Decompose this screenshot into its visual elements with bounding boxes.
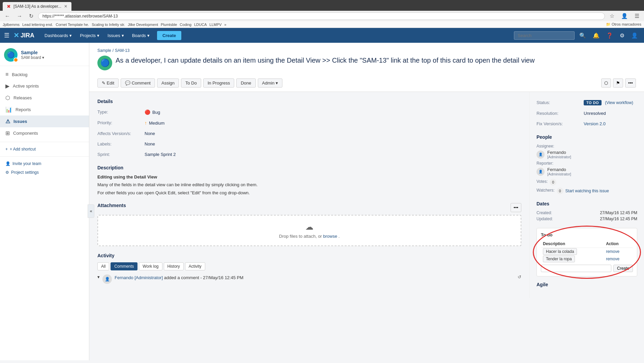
sidebar-item-reports[interactable]: 📊 Reports bbox=[0, 104, 89, 116]
search-input[interactable] bbox=[514, 31, 575, 40]
tab-all[interactable]: All bbox=[97, 262, 109, 270]
view-workflow-link[interactable]: (View workflow) bbox=[605, 100, 633, 105]
reporter-row: 👤 Fernando [Administrator] bbox=[536, 167, 637, 176]
nav-issues[interactable]: Issues ▾ bbox=[104, 28, 127, 43]
bookmark-item[interactable]: Jplbemms bbox=[3, 23, 20, 27]
browse-link[interactable]: browse bbox=[323, 234, 337, 239]
admin-button[interactable]: Admin ▾ bbox=[258, 78, 282, 88]
votes-label: Votes: bbox=[536, 179, 548, 184]
assign-button[interactable]: Assign bbox=[157, 78, 179, 88]
bookmark-button[interactable]: ☆ bbox=[608, 12, 616, 20]
other-markers-label: 📁 Otros marcadores bbox=[606, 22, 641, 27]
help-button[interactable]: ❓ bbox=[604, 31, 615, 40]
people-title: People bbox=[536, 134, 637, 140]
fix-version-link[interactable]: Version 2.0 bbox=[584, 121, 606, 126]
edit-button[interactable]: ✎ Edit bbox=[97, 78, 119, 88]
description-title: Description bbox=[97, 165, 521, 170]
todo-item-0-remove[interactable]: remove bbox=[606, 249, 619, 254]
bookmark-item[interactable]: Plumtsble bbox=[161, 23, 177, 27]
todo-button[interactable]: To Do bbox=[181, 78, 201, 88]
sidebar-item-active-sprints[interactable]: ▶ Active sprints bbox=[0, 80, 89, 92]
nav-projects[interactable]: Projects ▾ bbox=[76, 28, 103, 43]
bookmark-item[interactable]: Cornet Template he. bbox=[56, 23, 89, 27]
bookmark-item[interactable]: Jilke Development bbox=[128, 23, 158, 27]
invite-team-link[interactable]: 👤 Invite your team bbox=[0, 159, 89, 168]
todo-create-button[interactable]: Create bbox=[613, 265, 633, 272]
breadcrumb-issue[interactable]: SAM-13 bbox=[115, 48, 129, 53]
sprint-label: Sprint: bbox=[97, 151, 145, 158]
create-button[interactable]: Create bbox=[157, 31, 181, 40]
bookmark-item[interactable]: Scaling to Infetty str. bbox=[92, 23, 125, 27]
settings-button[interactable]: ☰ bbox=[633, 12, 641, 20]
comment-avatar: 👤 bbox=[102, 274, 112, 284]
search-icon-button[interactable]: 🔍 bbox=[577, 31, 588, 40]
breadcrumb-project[interactable]: Sample bbox=[97, 48, 111, 53]
comment-author[interactable]: Fernando [Administrator] bbox=[115, 275, 163, 280]
issues-icon: ⚠ bbox=[5, 118, 10, 125]
refresh-button[interactable]: ↻ bbox=[27, 12, 35, 20]
drop-zone[interactable]: ☁ Drop files to attach, or browse . bbox=[97, 215, 521, 246]
upload-icon: ☁ bbox=[105, 222, 514, 232]
issue-body: Details Type: 🔴 Bug Priority: ↑ Medium A… bbox=[89, 92, 644, 298]
priority-icon: ↑ bbox=[145, 120, 147, 126]
sidebar-item-components[interactable]: ⊞ Components bbox=[0, 127, 89, 139]
browser-tab[interactable]: ✖ [SAM-13] As a developer... ✕ bbox=[3, 2, 71, 11]
watch-link[interactable]: Start watching this issue bbox=[565, 189, 609, 193]
activity-tabs: All Comments Work log History Activity bbox=[97, 262, 521, 270]
reports-icon: 📊 bbox=[5, 106, 12, 113]
bookmark-item[interactable]: LLMPV bbox=[210, 23, 222, 27]
details-section-title: Details bbox=[97, 99, 521, 104]
tab-comments[interactable]: Comments bbox=[111, 262, 137, 270]
jira-nav: ☰ ✕ JIRA Dashboards ▾ Projects ▾ Issues … bbox=[0, 28, 644, 43]
bookmark-item[interactable]: LDUCA bbox=[194, 23, 207, 27]
tab-activity[interactable]: Activity bbox=[185, 262, 205, 270]
user-nav-button[interactable]: 👤 bbox=[629, 31, 640, 40]
back-button[interactable]: ← bbox=[3, 12, 12, 20]
user-menu-button[interactable]: 👤 bbox=[619, 12, 630, 20]
todo-row-0: Hacer la colada remove bbox=[541, 248, 633, 256]
project-board[interactable]: SAM board ▾ bbox=[21, 55, 44, 60]
notification-button[interactable]: 🔔 bbox=[591, 31, 602, 40]
project-settings-link[interactable]: ⚙ Project settings bbox=[0, 168, 89, 177]
bookmark-item[interactable]: Coding bbox=[180, 23, 191, 27]
type-value: 🔴 Bug bbox=[145, 108, 521, 116]
drop-suffix: . bbox=[338, 234, 340, 239]
bookmark-item[interactable]: Lead lettering end. bbox=[22, 23, 53, 27]
todo-section: To do Description Action Hacer la colada bbox=[536, 228, 637, 276]
todo-title: To do bbox=[541, 232, 633, 237]
more-options-button[interactable]: ••• bbox=[625, 78, 636, 88]
todo-new-input[interactable] bbox=[541, 265, 611, 272]
todo-item-1-remove[interactable]: remove bbox=[606, 257, 619, 261]
comment-button[interactable]: 💬 Comment bbox=[121, 78, 155, 88]
todo-item-0-desc: Hacer la colada bbox=[543, 248, 577, 255]
share-button[interactable]: ⬡ bbox=[601, 78, 611, 88]
updated-label: Updated: bbox=[536, 217, 553, 221]
tab-close-button[interactable]: ✕ bbox=[64, 4, 67, 9]
sidebar-item-issues[interactable]: ⚠ Issues bbox=[0, 116, 89, 127]
nav-boards[interactable]: Boards ▾ bbox=[129, 28, 153, 43]
issue-header: Sample / SAM-13 🔵 As a developer, I can … bbox=[89, 43, 644, 92]
forward-button[interactable]: → bbox=[15, 12, 24, 20]
nav-menu-icon[interactable]: ☰ bbox=[4, 32, 9, 39]
tab-history[interactable]: History bbox=[164, 262, 184, 270]
inprogress-button[interactable]: In Progress bbox=[203, 78, 234, 88]
more-bookmarks[interactable]: » bbox=[224, 23, 226, 27]
priority-label: Priority: bbox=[97, 119, 145, 127]
tab-worklog[interactable]: Work log bbox=[139, 262, 162, 270]
flag-button[interactable]: ⚑ bbox=[613, 78, 623, 88]
sidebar-item-releases[interactable]: ⬡ Releases bbox=[0, 92, 89, 104]
releases-icon: ⬡ bbox=[5, 95, 10, 101]
nav-dashboards[interactable]: Dashboards ▾ bbox=[41, 28, 75, 43]
done-button[interactable]: Done bbox=[236, 78, 255, 88]
sidebar-item-backlog[interactable]: ≡ Backlog bbox=[0, 69, 89, 80]
todo-col-action: Action bbox=[604, 240, 633, 248]
refresh-icon[interactable]: ↺ bbox=[518, 274, 521, 279]
settings-nav-button[interactable]: ⚙ bbox=[618, 31, 626, 40]
breadcrumb: Sample / SAM-13 bbox=[97, 48, 636, 53]
settings-icon: ⚙ bbox=[5, 170, 9, 175]
add-shortcut-link[interactable]: + + Add shortcut bbox=[0, 145, 89, 154]
address-bar-input[interactable] bbox=[38, 12, 605, 20]
attachments-more-button[interactable]: ••• bbox=[511, 203, 521, 212]
agile-section: Agile bbox=[536, 282, 637, 287]
sidebar-collapse-button[interactable]: « bbox=[88, 204, 89, 218]
